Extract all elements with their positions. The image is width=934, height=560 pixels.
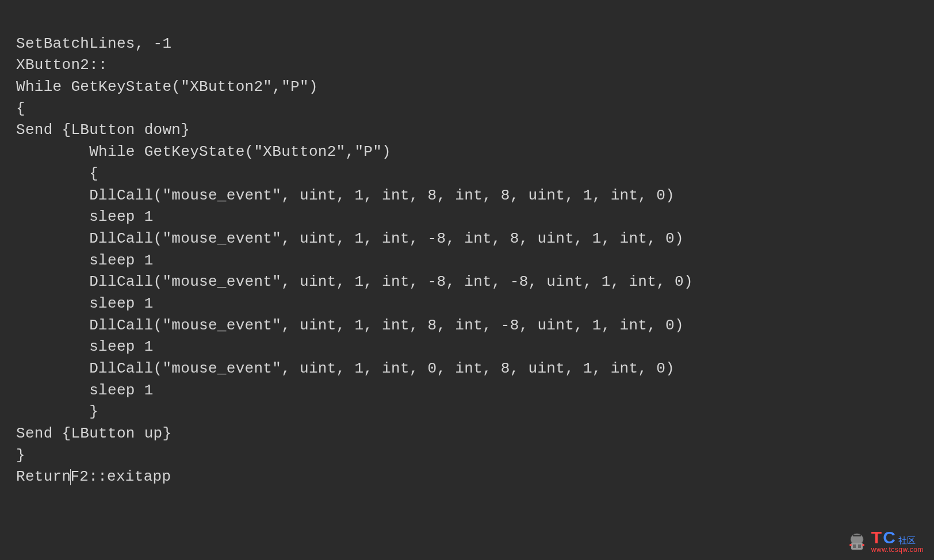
code-line: sleep 1 — [16, 208, 154, 225]
watermark-text: TC 社区 www.tcsqw.com — [871, 529, 924, 553]
code-line: DllCall("mouse_event", uint, 1, int, 8, … — [16, 187, 675, 204]
code-line: DllCall("mouse_event", uint, 1, int, 8, … — [16, 317, 684, 334]
code-line: DllCall("mouse_event", uint, 1, int, 0, … — [16, 360, 675, 377]
code-line: Send {LButton down} — [16, 121, 190, 139]
code-line: SetBatchLines, -1 — [16, 35, 171, 52]
code-editor[interactable]: SetBatchLines, -1 XButton2:: While GetKe… — [16, 11, 918, 488]
code-line: { — [16, 100, 25, 117]
watermark: TC 社区 www.tcsqw.com — [845, 529, 924, 553]
watermark-cn-text: 社区 — [898, 536, 916, 544]
svg-rect-4 — [858, 544, 861, 548]
svg-rect-1 — [853, 535, 861, 536]
watermark-logo-icon — [845, 529, 869, 553]
svg-rect-3 — [853, 544, 856, 548]
code-line: While GetKeyState("XButton2","P") — [16, 78, 318, 95]
code-line: DllCall("mouse_event", uint, 1, int, -8,… — [16, 230, 684, 247]
watermark-url: www.tcsqw.com — [871, 546, 924, 553]
svg-point-6 — [862, 544, 864, 546]
code-line: sleep 1 — [16, 295, 154, 312]
code-line: sleep 1 — [16, 252, 154, 269]
code-line: } — [16, 447, 25, 464]
code-line-part: Return — [16, 468, 71, 485]
watermark-letter-t: T — [871, 529, 882, 546]
code-line: { — [16, 165, 98, 182]
watermark-letter-c: C — [883, 529, 895, 546]
code-line: DllCall("mouse_event", uint, 1, int, -8,… — [16, 273, 693, 290]
code-line: Send {LButton up} — [16, 425, 171, 442]
code-line: } — [16, 403, 98, 420]
code-line: XButton2:: — [16, 56, 108, 74]
svg-point-5 — [849, 544, 852, 546]
code-line: While GetKeyState("XButton2","P") — [16, 143, 391, 160]
code-line-part: F2::exitapp — [70, 468, 171, 485]
code-line: sleep 1 — [16, 382, 154, 399]
code-line: sleep 1 — [16, 338, 154, 355]
